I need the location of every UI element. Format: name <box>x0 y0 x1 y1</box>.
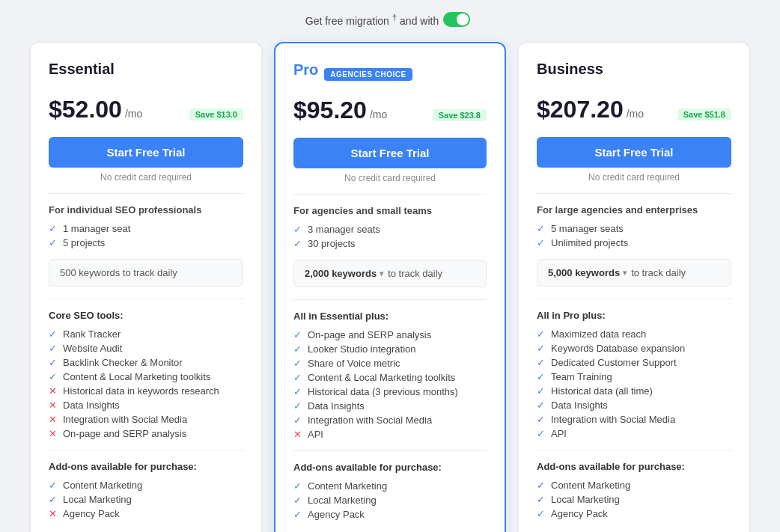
banner-text: Get free migration † and with <box>305 12 439 27</box>
check-icon: ✓ <box>537 508 545 519</box>
price-row-pro: $95.20/moSave $23.8 <box>293 97 487 124</box>
list-item-text: Content Marketing <box>308 480 387 492</box>
list-item: ✕Historical data in keywords research <box>49 385 243 397</box>
list-item-text: Data Insights <box>308 400 365 412</box>
chevron-down-icon: ▾ <box>380 269 383 278</box>
check-icon: ✓ <box>293 386 302 397</box>
list-item-text: Integration with Social Media <box>63 414 187 425</box>
cross-icon: ✕ <box>49 508 57 519</box>
check-icon: ✓ <box>293 400 302 412</box>
features-title-pro: All in Essential plus: <box>293 311 487 322</box>
plan-card-pro: ProAGENCIES CHOICE$95.20/moSave $23.8Sta… <box>274 42 506 532</box>
keywords-select-pro[interactable]: 2,000 keywords▾ <box>305 268 383 279</box>
price-row-business: $207.20/moSave $51.8 <box>537 96 731 123</box>
features-title-business: All in Pro plus: <box>537 310 731 321</box>
list-item-text: Dedicated Customer Support <box>551 357 677 368</box>
list-item-text: Team Training <box>551 371 612 382</box>
list-item: ✓Rank Tracker <box>49 328 243 340</box>
check-icon: ✓ <box>49 328 57 340</box>
list-item: ✓Integration with Social Media <box>293 415 487 426</box>
keywords-box-pro[interactable]: 2,000 keywords▾to track daily <box>293 260 487 287</box>
plan-card-essential: Essential$52.00/moSave $13.0Start Free T… <box>30 42 262 532</box>
list-item-text: On-page and SERP analysis <box>308 329 431 340</box>
list-item: ✓Dedicated Customer Support <box>537 357 731 368</box>
check-icon: ✓ <box>537 400 545 411</box>
check-icon: ✓ <box>537 385 545 397</box>
list-item: ✓Content Marketing <box>293 480 487 492</box>
check-icon: ✓ <box>293 495 302 506</box>
list-item: ✓Local Marketing <box>537 494 731 505</box>
plan-name-row-business: Business <box>537 61 731 87</box>
list-item-text: 3 manager seats <box>308 224 380 235</box>
addons-title-business: Add-ons available for purchase: <box>537 461 731 472</box>
check-icon: ✓ <box>293 372 302 383</box>
no-credit-essential: No credit card required <box>49 172 243 183</box>
list-item-text: API <box>308 429 323 440</box>
toggle-group <box>443 12 475 27</box>
list-item: ✓30 projects <box>293 238 487 249</box>
list-item: ✓5 manager seats <box>537 223 731 234</box>
list-item-text: Agency Pack <box>308 509 365 520</box>
save-badge-business: Save $51.8 <box>677 108 731 120</box>
list-item-text: Data Insights <box>63 400 120 411</box>
target-desc-business: For large agencies and enterprises <box>537 204 731 215</box>
trial-button-essential[interactable]: Start Free Trial <box>49 137 243 168</box>
annual-toggle[interactable] <box>443 12 470 27</box>
list-item-text: Backlink Checker & Monitor <box>63 357 183 368</box>
list-item: ✓Integration with Social Media <box>537 414 731 425</box>
check-icon: ✓ <box>537 357 545 368</box>
trial-button-pro[interactable]: Start Free Trial <box>293 138 487 168</box>
check-icon: ✓ <box>537 480 545 491</box>
list-item-text: Data Insights <box>551 400 608 411</box>
list-item: ✓Data Insights <box>293 400 487 412</box>
addons-list-essential: ✓Content Marketing✓Local Marketing✕Agenc… <box>49 480 243 519</box>
check-icon: ✓ <box>537 328 545 340</box>
plan-name-business: Business <box>537 61 603 78</box>
no-credit-business: No credit card required <box>537 172 731 183</box>
plan-name-essential: Essential <box>49 61 115 78</box>
list-item: ✓Agency Pack <box>293 509 487 520</box>
check-icon: ✓ <box>537 414 545 425</box>
check-icon: ✓ <box>537 343 545 354</box>
check-icon: ✓ <box>293 415 302 426</box>
price-period-business: /mo <box>627 108 644 120</box>
list-item: ✓Team Training <box>537 371 731 382</box>
check-icon: ✓ <box>49 223 57 234</box>
addons-list-pro: ✓Content Marketing✓Local Marketing✓Agenc… <box>293 480 487 520</box>
check-icon: ✓ <box>49 371 57 382</box>
keywords-select-business[interactable]: 5,000 keywords▾ <box>548 267 627 278</box>
list-item: ✓Website Audit <box>49 343 243 354</box>
check-icon: ✓ <box>49 357 57 368</box>
list-item: ✕Data Insights <box>49 400 243 411</box>
check-icon: ✓ <box>293 238 302 249</box>
features-title-essential: Core SEO tools: <box>49 310 243 321</box>
check-icon: ✓ <box>537 237 545 248</box>
check-icon: ✓ <box>293 509 302 520</box>
cross-icon: ✕ <box>49 385 57 397</box>
list-item: ✓5 projects <box>49 237 243 248</box>
list-item-text: Local Marketing <box>63 494 132 505</box>
check-icon: ✓ <box>293 329 302 340</box>
plan-card-business: Business$207.20/moSave $51.8Start Free T… <box>518 42 750 532</box>
trial-button-business[interactable]: Start Free Trial <box>537 137 731 168</box>
basic-feature-list-pro: ✓3 manager seats✓30 projects <box>293 224 487 249</box>
check-icon: ✓ <box>537 371 545 382</box>
list-item-text: API <box>551 428 567 439</box>
keywords-box-business[interactable]: 5,000 keywords▾to track daily <box>537 259 731 287</box>
check-icon: ✓ <box>293 358 302 369</box>
list-item-text: 30 projects <box>308 238 356 249</box>
plans-container: Essential$52.00/moSave $13.0Start Free T… <box>12 42 768 532</box>
list-item: ✓Content & Local Marketing toolkits <box>293 372 487 383</box>
list-item-text: Share of Voice metric <box>308 358 400 369</box>
list-item-text: 1 manager seat <box>63 223 130 234</box>
basic-feature-list-essential: ✓1 manager seat✓5 projects <box>49 223 243 248</box>
list-item-text: Rank Tracker <box>63 328 121 340</box>
check-icon: ✓ <box>49 480 57 491</box>
list-item: ✕Integration with Social Media <box>49 414 243 425</box>
plan-badge-pro: AGENCIES CHOICE <box>324 68 412 81</box>
features-list-pro: ✓On-page and SERP analysis✓Looker Studio… <box>293 329 487 440</box>
list-item-text: Content & Local Marketing toolkits <box>63 371 210 382</box>
list-item-text: Historical data (3 previous months) <box>308 386 458 397</box>
plan-name-row-pro: ProAGENCIES CHOICE <box>293 61 487 88</box>
list-item-text: Maximized data reach <box>551 328 646 340</box>
